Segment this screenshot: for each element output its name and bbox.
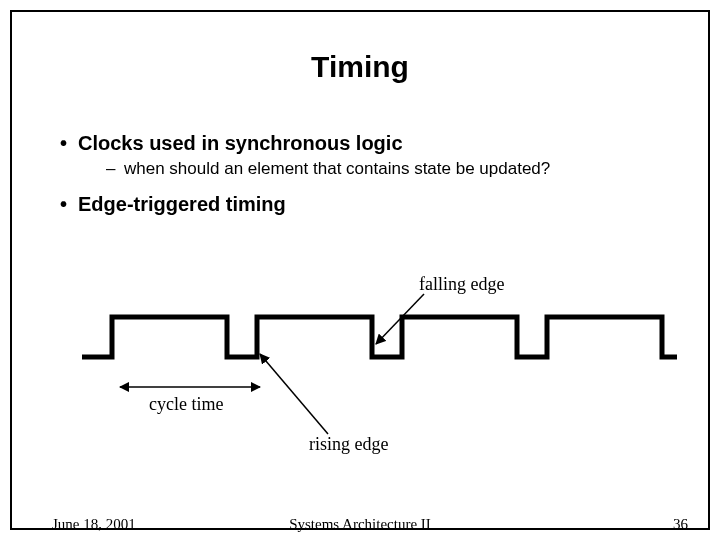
clock-waveform-svg <box>12 262 712 462</box>
footer-page: 36 <box>673 516 688 533</box>
bullet-text: when should an element that contains sta… <box>124 159 550 178</box>
clock-signal <box>82 317 677 357</box>
bullet-dot-icon: • <box>60 132 78 155</box>
bullet-level2: –when should an element that contains st… <box>106 159 708 179</box>
bullet-level1: •Clocks used in synchronous logic <box>60 132 708 155</box>
slide-frame: Timing •Clocks used in synchronous logic… <box>10 10 710 530</box>
footer-course: Systems Architecture II <box>12 516 708 533</box>
bullet-text: Clocks used in synchronous logic <box>78 132 403 154</box>
bullet-dash-icon: – <box>106 159 124 179</box>
slide-title: Timing <box>12 50 708 84</box>
bullet-text: Edge-triggered timing <box>78 193 286 215</box>
timing-diagram: falling edge cycle time rising edge <box>12 262 712 462</box>
bullet-level1: •Edge-triggered timing <box>60 193 708 216</box>
bullet-dot-icon: • <box>60 193 78 216</box>
rising-edge-arrow <box>260 354 328 434</box>
bullet-list: •Clocks used in synchronous logic –when … <box>60 132 708 216</box>
